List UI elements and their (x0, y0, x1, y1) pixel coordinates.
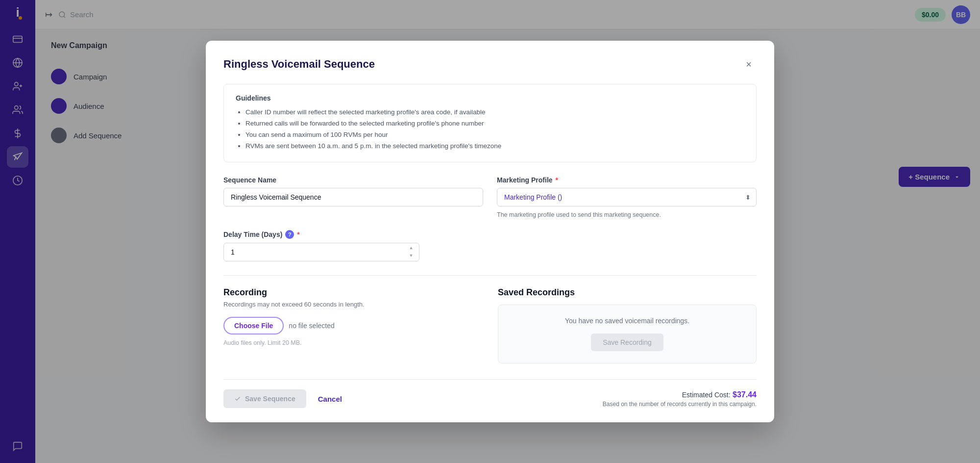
recording-upload-area: Recording Recordings may not exceed 60 s… (223, 287, 482, 363)
modal-footer: Save Sequence Cancel Estimated Cost: $37… (223, 379, 757, 409)
cancel-button[interactable]: Cancel (314, 389, 346, 409)
modal-close-button[interactable]: × (741, 56, 757, 72)
file-row: Choose File no file selected (223, 317, 482, 334)
sequence-name-group: Sequence Name (223, 176, 483, 218)
delay-time-input[interactable] (223, 243, 419, 261)
guidelines-list: Caller ID number will reflect the select… (236, 107, 744, 152)
delay-decrement-button[interactable]: ▼ (407, 253, 416, 259)
check-icon (234, 395, 241, 402)
delay-spinners: ▲ ▼ (407, 245, 416, 259)
delay-time-input-wrap: ▲ ▼ (223, 243, 419, 261)
footer-left: Save Sequence Cancel (223, 389, 346, 409)
guideline-item-3: You can send a maximum of 100 RVMs per h… (245, 129, 744, 141)
sequence-name-input[interactable] (223, 188, 483, 206)
saved-recordings-area: Saved Recordings You have no saved voice… (498, 287, 757, 363)
no-file-label: no file selected (289, 322, 334, 330)
delay-increment-button[interactable]: ▲ (407, 245, 416, 252)
cost-note: Based on the number of records currently… (603, 401, 757, 408)
estimated-cost-row: Estimated Cost: $37.44 (603, 390, 757, 399)
delay-time-group: Delay Time (Days) ? * ▲ ▼ (223, 230, 757, 261)
modal: Ringless Voicemail Sequence × Guidelines… (206, 41, 774, 422)
guideline-item-1: Caller ID number will reflect the select… (245, 107, 744, 118)
save-sequence-button[interactable]: Save Sequence (223, 389, 306, 408)
recording-subtitle: Recordings may not exceed 60 seconds in … (223, 301, 482, 308)
recording-section: Recording Recordings may not exceed 60 s… (223, 287, 757, 363)
marketing-profile-select[interactable]: Marketing Profile () (497, 188, 757, 206)
save-recording-button[interactable]: Save Recording (591, 334, 663, 351)
marketing-profile-select-wrap: Marketing Profile () ⬍ (497, 188, 757, 206)
delay-time-form-group: Delay Time (Days) ? * ▲ ▼ (223, 230, 419, 261)
guidelines-box: Guidelines Caller ID number will reflect… (223, 84, 757, 162)
saved-recordings-box: You have no saved voicemail recordings. … (498, 305, 757, 363)
sequence-name-label: Sequence Name (223, 176, 483, 184)
marketing-profile-label: Marketing Profile * (497, 176, 757, 184)
delay-time-label: Delay Time (Days) ? * (223, 230, 419, 239)
required-star-delay: * (297, 231, 299, 238)
required-star-profile: * (556, 176, 558, 184)
guidelines-title: Guidelines (236, 94, 744, 102)
modal-header: Ringless Voicemail Sequence × (223, 56, 757, 72)
form-row-top: Sequence Name Marketing Profile * Market… (223, 176, 757, 218)
help-icon[interactable]: ? (285, 230, 294, 239)
modal-title: Ringless Voicemail Sequence (223, 58, 375, 71)
guideline-item-4: RVMs are sent between 10 a.m. and 5 p.m.… (245, 141, 744, 152)
marketing-profile-group: Marketing Profile * Marketing Profile ()… (497, 176, 757, 218)
audio-hint: Audio files only. Limit 20 MB. (223, 339, 482, 346)
saved-recordings-title: Saved Recordings (498, 287, 757, 298)
guideline-item-2: Returned calls will be forwarded to the … (245, 118, 744, 129)
section-divider (223, 275, 757, 276)
choose-file-button[interactable]: Choose File (223, 317, 284, 334)
estimated-cost-amount: $37.44 (733, 390, 757, 399)
modal-overlay[interactable]: Ringless Voicemail Sequence × Guidelines… (0, 0, 980, 463)
recording-title: Recording (223, 287, 482, 298)
marketing-profile-helper: The marketing profile used to send this … (497, 211, 757, 218)
estimated-cost-label: Estimated Cost: (682, 391, 731, 399)
footer-right: Estimated Cost: $37.44 Based on the numb… (603, 390, 757, 408)
no-saved-recordings-text: You have no saved voicemail recordings. (565, 317, 689, 325)
